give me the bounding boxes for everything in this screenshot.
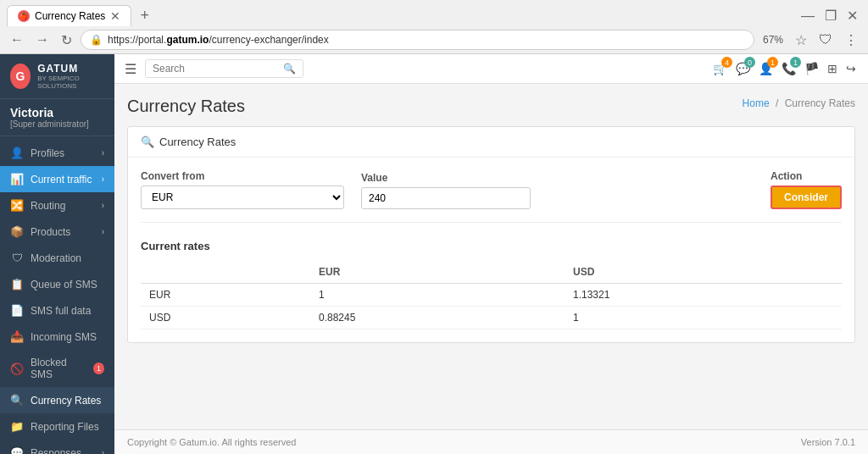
icon-badge-chat: 💬 0 xyxy=(734,60,752,77)
top-bar-right: 🛒 4 💬 0 👤 1 📞 1 🏴 ⊞ ↪ xyxy=(711,60,858,77)
sidebar-item-routing[interactable]: 🔀 Routing › xyxy=(0,192,114,219)
card-header-icon: 🔍 xyxy=(141,136,154,148)
sidebar-item-label: Profiles xyxy=(31,147,64,159)
chevron-icon: › xyxy=(102,448,104,454)
breadcrumb-separator: / xyxy=(776,97,778,109)
sidebar-item-queue-sms[interactable]: 📋 Queue of SMS xyxy=(0,271,114,297)
flag-button[interactable]: 🏴 xyxy=(803,60,821,77)
value-input[interactable] xyxy=(361,187,531,209)
queue-icon: 📋 xyxy=(10,278,24,291)
sidebar-item-incoming-sms[interactable]: 📥 Incoming SMS xyxy=(0,324,114,350)
sidebar-item-label: Moderation xyxy=(31,252,81,264)
value-col: Value xyxy=(361,172,531,209)
chevron-icon: › xyxy=(102,148,104,158)
user-info: Victoria [Super administrator] xyxy=(0,99,114,136)
icon-badge-user: 👤 1 xyxy=(757,60,775,77)
row-currency-eur: EUR xyxy=(141,284,310,307)
convert-from-col: Convert from EUR USD xyxy=(141,170,344,209)
tab-favicon: 🍎 xyxy=(18,10,30,22)
sidebar-item-sms-full-data[interactable]: 📄 SMS full data xyxy=(0,297,114,324)
cart-badge: 4 xyxy=(721,57,732,68)
card-header-label: Currency Rates xyxy=(159,136,236,148)
current-rates-section: Current rates EUR USD xyxy=(141,240,842,329)
back-button[interactable]: ← xyxy=(7,30,27,49)
sidebar-item-current-traffic[interactable]: 📊 Current traffic › xyxy=(0,166,114,192)
sidebar: G GATUM BY SEMPICO SOLUTIONS Victoria [S… xyxy=(0,54,114,454)
page-content: Currency Rates Home / Currency Rates 🔍 C… xyxy=(114,84,868,429)
user-role: [Super administrator] xyxy=(10,119,104,129)
col-currency xyxy=(141,261,310,284)
hamburger-button[interactable]: ☰ xyxy=(125,61,136,77)
sidebar-item-reporting-files[interactable]: 📁 Reporting Files xyxy=(0,413,114,440)
extensions-button[interactable]: 🛡 xyxy=(815,30,836,49)
current-rates-title: Current rates xyxy=(141,240,842,252)
sidebar-item-blocked-sms[interactable]: 🚫 Blocked SMS 1 xyxy=(0,350,114,387)
breadcrumb-current: Currency Rates xyxy=(785,97,855,109)
browser-chrome: 🍎 Currency Rates ✕ + — ❐ ✕ ← → ↻ 🔒 https… xyxy=(0,0,868,54)
sidebar-item-responses[interactable]: 💬 Responses › xyxy=(0,440,114,454)
close-window-button[interactable]: ✕ xyxy=(843,6,861,25)
tab-close-button[interactable]: ✕ xyxy=(110,10,120,22)
icon-badge-cart: 🛒 4 xyxy=(711,60,729,77)
url-bar[interactable]: 🔒 https://portal.gatum.io/currency-excha… xyxy=(81,30,754,50)
value-label: Value xyxy=(361,172,531,184)
minimize-button[interactable]: — xyxy=(798,6,818,25)
forward-button[interactable]: → xyxy=(32,30,53,49)
incoming-icon: 📥 xyxy=(10,330,24,343)
sidebar-item-products[interactable]: 📦 Products › xyxy=(0,219,114,245)
moderation-icon: 🛡 xyxy=(10,252,24,264)
chevron-icon: › xyxy=(102,174,104,184)
exit-button[interactable]: ↪ xyxy=(844,60,858,77)
page-title: Currency Rates xyxy=(127,97,245,116)
restore-button[interactable]: ❐ xyxy=(821,6,840,25)
row-usd-usd: 1 xyxy=(565,307,842,329)
rates-table: EUR USD EUR 1 1.13321 xyxy=(141,261,842,329)
tab-title: Currency Rates xyxy=(35,10,105,22)
breadcrumb-home[interactable]: Home xyxy=(743,97,770,109)
main-content: ☰ 🔍 🛒 4 💬 0 👤 1 📞 xyxy=(114,54,868,454)
footer: Copyright © Gatum.io. All rights reserve… xyxy=(114,429,868,454)
sidebar-item-label: Currency Rates xyxy=(31,395,101,407)
blocked-sms-badge: 1 xyxy=(93,363,104,374)
action-label: Action xyxy=(771,170,842,182)
phone-badge: 1 xyxy=(790,57,801,68)
new-tab-button[interactable]: + xyxy=(135,5,154,26)
action-col: Action Consider xyxy=(771,170,842,209)
card-header: 🔍 Currency Rates xyxy=(128,127,854,158)
currency-icon: 🔍 xyxy=(10,394,24,407)
row-eur-eur: 1 xyxy=(310,284,565,307)
responses-icon: 💬 xyxy=(10,446,24,454)
grid-button[interactable]: ⊞ xyxy=(826,60,839,77)
chevron-icon: › xyxy=(102,201,104,210)
tab-bar: 🍎 Currency Rates ✕ + — ❐ ✕ xyxy=(0,0,868,26)
sidebar-item-profiles[interactable]: 👤 Profiles › xyxy=(0,140,114,166)
row-currency-usd: USD xyxy=(141,307,310,329)
sidebar-logo: G GATUM BY SEMPICO SOLUTIONS xyxy=(0,54,114,99)
sidebar-item-label: Incoming SMS xyxy=(31,331,97,343)
sidebar-item-label: Responses xyxy=(31,447,81,455)
sidebar-item-label: Queue of SMS xyxy=(31,279,97,291)
app: G GATUM BY SEMPICO SOLUTIONS Victoria [S… xyxy=(0,54,868,454)
convert-from-select[interactable]: EUR USD xyxy=(141,185,344,209)
search-box: 🔍 xyxy=(145,59,303,78)
sidebar-item-currency-rates[interactable]: 🔍 Currency Rates xyxy=(0,387,114,413)
search-icon[interactable]: 🔍 xyxy=(283,63,296,75)
sidebar-item-label: SMS full data xyxy=(31,305,91,317)
consider-button[interactable]: Consider xyxy=(771,185,842,209)
profiles-icon: 👤 xyxy=(10,147,24,159)
menu-button[interactable]: ⋮ xyxy=(841,30,861,50)
reload-button[interactable]: ↻ xyxy=(58,30,75,50)
bookmark-button[interactable]: ☆ xyxy=(792,30,810,50)
breadcrumb: Home / Currency Rates xyxy=(743,97,855,109)
copyright-text: Copyright © Gatum.io. All rights reserve… xyxy=(127,437,296,447)
reporting-icon: 📁 xyxy=(10,420,24,433)
logo-name: GATUM xyxy=(37,63,104,75)
address-bar: ← → ↻ 🔒 https://portal.gatum.io/currency… xyxy=(0,26,868,53)
currency-rates-card: 🔍 Currency Rates Convert from EUR USD xyxy=(127,126,855,343)
icon-badge-phone: 📞 1 xyxy=(780,60,798,77)
sidebar-item-moderation[interactable]: 🛡 Moderation xyxy=(0,245,114,271)
search-input[interactable] xyxy=(153,63,280,75)
active-tab[interactable]: 🍎 Currency Rates ✕ xyxy=(7,5,131,26)
row-eur-usd: 1.13321 xyxy=(565,284,842,307)
version-text: Version 7.0.1 xyxy=(801,437,855,447)
